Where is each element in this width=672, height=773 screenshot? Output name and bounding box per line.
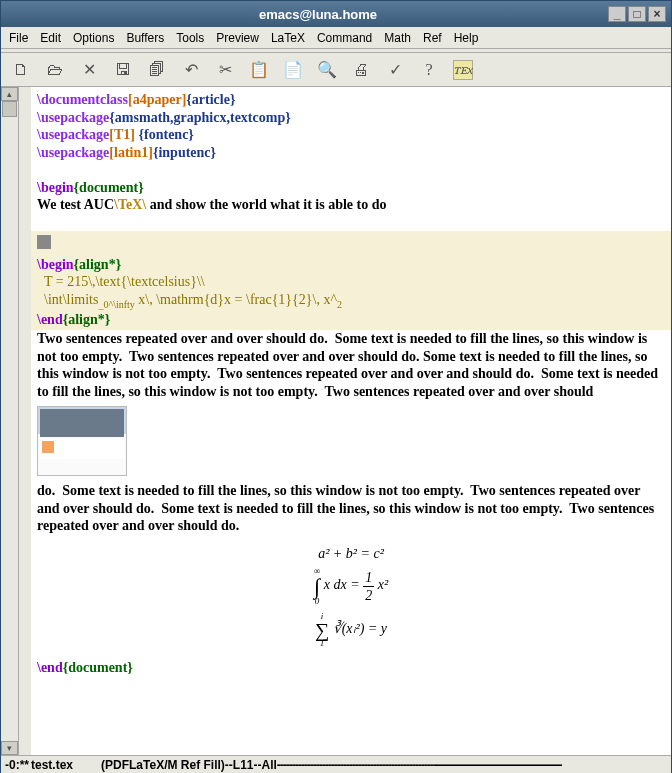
modeline-fill: ----------------------------------------… [277, 758, 667, 772]
cmd-documentclass: \documentclass [37, 92, 128, 107]
arg-fontenc: {fontenc} [139, 127, 194, 142]
left-fringe [19, 87, 31, 755]
titlebar[interactable]: emacs@luna.home _ □ × [1, 1, 671, 27]
math-line: T = 215\,\text{\textcelsius}\\ [37, 273, 665, 291]
opt-t1: [T1] [109, 127, 138, 142]
modeline-status: -0:** [5, 758, 29, 772]
menu-buffers[interactable]: Buffers [126, 31, 164, 45]
spell-icon[interactable]: ✓ [385, 60, 405, 80]
close-icon[interactable]: ✕ [79, 60, 99, 80]
env-document: {document} [74, 180, 144, 195]
scroll-thumb[interactable] [2, 101, 17, 117]
window-title: emacs@luna.home [29, 7, 607, 22]
math-environment: \begin{align*} T = 215\,\text{\textcelsi… [31, 231, 671, 330]
rendered-equations: a² + b² = c² ∞ ∫ 0 x dx = 1 2 x² [37, 535, 665, 660]
scroll-down-icon[interactable]: ▾ [1, 741, 18, 755]
content-area: ▴ ▾ \documentclass[a4paper]{article} \us… [1, 87, 671, 755]
editor-buffer[interactable]: \documentclass[a4paper]{article} \usepac… [31, 87, 671, 755]
close-button[interactable]: × [648, 6, 666, 22]
env-document: {document} [63, 660, 133, 675]
math-line: \int\limits [37, 292, 98, 307]
equation-3: i ∑ 1 ∛(xᵢ²) = y [37, 611, 665, 650]
modeline-filename: test.tex [31, 758, 73, 772]
copy-icon[interactable]: 📋 [249, 60, 269, 80]
save-as-icon[interactable]: 🗐 [147, 60, 167, 80]
math-sub: _0^\infty [98, 298, 134, 309]
scroll-up-icon[interactable]: ▴ [1, 87, 18, 101]
tex-preview-icon[interactable]: ᴛᴇx [453, 60, 473, 80]
menu-tools[interactable]: Tools [176, 31, 204, 45]
menu-latex[interactable]: LaTeX [271, 31, 305, 45]
save-icon[interactable]: 🖫 [113, 60, 133, 80]
menu-math[interactable]: Math [384, 31, 411, 45]
opt-latin1: [latin1] [109, 145, 153, 160]
menu-command[interactable]: Command [317, 31, 372, 45]
env-align: {align*} [74, 257, 122, 272]
menu-help[interactable]: Help [454, 31, 479, 45]
body-text: We test AUC [37, 197, 114, 212]
tex-logo: \TeX\ [114, 197, 150, 212]
cmd-begin: \begin [37, 257, 74, 272]
cmd-begin: \begin [37, 180, 74, 195]
arg-inputenc: {inputenc} [153, 145, 216, 160]
inline-image-preview [37, 406, 127, 476]
minimize-button[interactable]: _ [608, 6, 626, 22]
file-new-icon[interactable]: 🗋 [11, 60, 31, 80]
env-align: {align*} [63, 312, 111, 327]
undo-icon[interactable]: ↶ [181, 60, 201, 80]
math-line: x\, \mathrm{d}x = \frac{1}{2}\, x^ [135, 292, 337, 307]
menu-options[interactable]: Options [73, 31, 114, 45]
cut-icon[interactable]: ✂ [215, 60, 235, 80]
paragraph: do. Some text is needed to fill the line… [37, 482, 665, 535]
paste-icon[interactable]: 📄 [283, 60, 303, 80]
maximize-button[interactable]: □ [628, 6, 646, 22]
cmd-end: \end [37, 312, 63, 327]
emacs-window: emacs@luna.home _ □ × File Edit Options … [0, 0, 672, 773]
modeline-mode: (PDFLaTeX/M Ref Fill)--L11--All [101, 758, 277, 772]
cmd-usepackage: \usepackage [37, 145, 109, 160]
menu-file[interactable]: File [9, 31, 28, 45]
print-icon[interactable]: 🖨 [351, 60, 371, 80]
search-icon[interactable]: 🔍 [317, 60, 337, 80]
modeline[interactable]: -0:** test.tex (PDFLaTeX/M Ref Fill)--L1… [1, 755, 671, 773]
app-icon [5, 6, 23, 22]
scrollbar[interactable]: ▴ ▾ [1, 87, 19, 755]
arg-article: {article} [186, 92, 235, 107]
preview-marker-icon[interactable] [37, 235, 51, 249]
body-text: and show the world what it is able to do [150, 197, 387, 212]
menu-ref[interactable]: Ref [423, 31, 442, 45]
menu-preview[interactable]: Preview [216, 31, 259, 45]
equation-2: ∞ ∫ 0 x dx = 1 2 x² [37, 566, 665, 607]
paragraph: Two sentences repeated over and over sho… [37, 330, 665, 400]
cmd-usepackage: \usepackage [37, 110, 109, 125]
opt-a4paper: [a4paper] [128, 92, 186, 107]
cmd-end: \end [37, 660, 63, 675]
arg-packages1: {amsmath,graphicx,textcomp} [109, 110, 290, 125]
file-open-icon[interactable]: 🗁 [45, 60, 65, 80]
help-icon[interactable]: ? [419, 60, 439, 80]
cmd-usepackage: \usepackage [37, 127, 109, 142]
math-sup: 2 [337, 298, 342, 309]
menu-edit[interactable]: Edit [40, 31, 61, 45]
equation-1: a² + b² = c² [37, 545, 665, 563]
toolbar: 🗋 🗁 ✕ 🖫 🗐 ↶ ✂ 📋 📄 🔍 🖨 ✓ ? ᴛᴇx [1, 53, 671, 87]
menubar: File Edit Options Buffers Tools Preview … [1, 27, 671, 49]
